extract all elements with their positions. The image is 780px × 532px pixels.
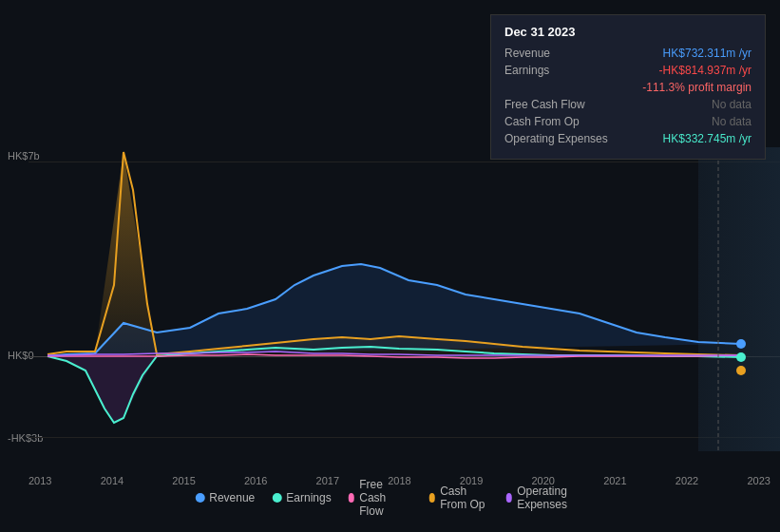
legend-dot-cashop xyxy=(429,493,436,503)
legend-label-opex: Operating Expenses xyxy=(517,484,585,511)
legend-dot-opex xyxy=(506,493,513,503)
earnings-dot xyxy=(736,352,746,362)
tooltip-row-revenue: Revenue HK$732.311m /yr xyxy=(504,47,751,60)
tooltip-row-margin: -111.3% profit margin xyxy=(504,81,751,94)
tooltip-label-earnings: Earnings xyxy=(504,64,609,77)
tooltip-value-fcf: No data xyxy=(712,98,751,111)
tooltip-value-earnings: -HK$814.937m /yr xyxy=(659,64,751,77)
tooltip-label-cashop: Cash From Op xyxy=(504,115,609,128)
legend: Revenue Earnings Free Cash Flow Cash Fro… xyxy=(195,478,585,518)
legend-opex[interactable]: Operating Expenses xyxy=(506,484,585,511)
tooltip-row-earnings: Earnings -HK$814.937m /yr xyxy=(504,64,751,77)
x-label-2013: 2013 xyxy=(29,475,51,486)
x-label-2014: 2014 xyxy=(101,475,124,486)
earnings-neg-area xyxy=(52,356,157,423)
tooltip-value-opex: HK$332.745m /yr xyxy=(663,132,751,145)
revenue-area xyxy=(48,264,741,356)
legend-dot-earnings xyxy=(272,493,281,503)
tooltip-label-opex: Operating Expenses xyxy=(504,132,609,145)
revenue-dot xyxy=(736,339,746,349)
tooltip-box: Dec 31 2023 Revenue HK$732.311m /yr Earn… xyxy=(490,14,766,160)
x-label-2015: 2015 xyxy=(172,475,195,486)
legend-earnings[interactable]: Earnings xyxy=(272,491,331,504)
legend-label-revenue: Revenue xyxy=(209,491,255,504)
cashfromop-dot xyxy=(736,366,746,375)
x-label-2021: 2021 xyxy=(603,475,626,486)
legend-dot-fcf xyxy=(349,493,355,503)
tooltip-row-fcf: Free Cash Flow No data xyxy=(504,98,751,111)
tooltip-label-fcf: Free Cash Flow xyxy=(504,98,609,111)
tooltip-value-margin: -111.3% profit margin xyxy=(642,81,751,94)
tooltip-label-revenue: Revenue xyxy=(504,47,609,60)
legend-label-fcf: Free Cash Flow xyxy=(359,478,411,518)
legend-label-earnings: Earnings xyxy=(286,491,331,504)
legend-fcf[interactable]: Free Cash Flow xyxy=(349,478,412,518)
tooltip-title: Dec 31 2023 xyxy=(504,25,751,39)
legend-label-cashop: Cash From Op xyxy=(440,484,488,511)
tooltip-row-cashop: Cash From Op No data xyxy=(504,115,751,128)
x-label-2022: 2022 xyxy=(675,475,698,486)
chart-container: Dec 31 2023 Revenue HK$732.311m /yr Earn… xyxy=(0,0,780,532)
tooltip-row-opex: Operating Expenses HK$332.745m /yr xyxy=(504,132,751,145)
tooltip-value-cashop: No data xyxy=(712,115,751,128)
highlight-rect xyxy=(698,147,780,451)
tooltip-value-revenue: HK$732.311m /yr xyxy=(663,47,751,60)
legend-cashop[interactable]: Cash From Op xyxy=(429,484,489,511)
legend-dot-revenue xyxy=(195,493,204,503)
x-label-2023: 2023 xyxy=(747,475,770,486)
legend-revenue[interactable]: Revenue xyxy=(195,491,255,504)
